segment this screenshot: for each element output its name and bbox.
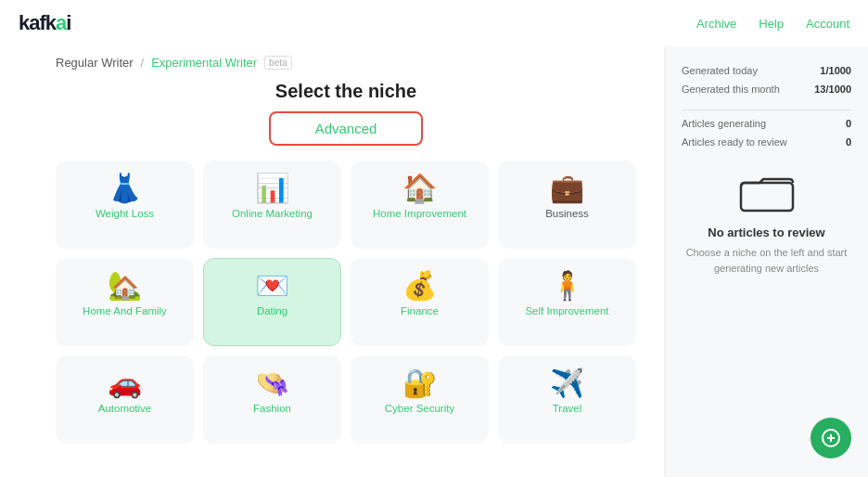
tab-separator: / bbox=[141, 56, 145, 70]
articles-generating-value: 0 bbox=[846, 118, 851, 129]
fashion-label: Fashion bbox=[253, 403, 291, 414]
self-improvement-icon: 🧍 bbox=[550, 272, 584, 300]
stat-divider bbox=[682, 110, 851, 110]
generated-today-label: Generated today bbox=[682, 65, 758, 76]
dating-icon: 💌 bbox=[255, 272, 289, 300]
fab-button[interactable] bbox=[811, 418, 851, 458]
business-icon: 💼 bbox=[550, 174, 584, 202]
articles-generating-row: Articles generating 0 bbox=[682, 118, 851, 129]
niche-self-improvement[interactable]: 🧍 Self Improvement bbox=[498, 258, 636, 346]
automotive-icon: 🚗 bbox=[108, 369, 142, 397]
no-articles-sub: Choose a niche on the left and start gen… bbox=[682, 245, 851, 276]
niche-home-and-family[interactable]: 🏡 Home And Family bbox=[56, 258, 194, 346]
advanced-button[interactable]: Advanced bbox=[269, 111, 424, 146]
niche-fashion[interactable]: 👒 Fashion bbox=[203, 355, 341, 444]
generated-month-value: 13/1000 bbox=[814, 84, 851, 95]
advanced-box: Advanced bbox=[56, 111, 636, 146]
cyber-security-icon: 🔐 bbox=[402, 369, 437, 397]
help-link[interactable]: Help bbox=[759, 17, 784, 31]
regular-writer-tab[interactable]: Regular Writer bbox=[56, 56, 134, 70]
archive-link[interactable]: Archive bbox=[696, 17, 736, 31]
niche-grid: 👗 Weight Loss 📊 Online Marketing 🏠 Home … bbox=[56, 161, 636, 444]
experimental-writer-tab[interactable]: Experimental Writer bbox=[151, 56, 257, 70]
niche-finance[interactable]: 💰 Finance bbox=[351, 258, 489, 346]
niche-business[interactable]: 💼 Business bbox=[498, 161, 636, 249]
top-nav: kafkai Archive Help Account bbox=[0, 0, 868, 46]
automotive-label: Automotive bbox=[98, 403, 152, 414]
niche-home-improvement[interactable]: 🏠 Home Improvement bbox=[351, 161, 489, 249]
right-sidebar: Generated today 1/1000 Generated this mo… bbox=[664, 46, 868, 477]
home-improvement-label: Home Improvement bbox=[373, 208, 466, 219]
home-family-label: Home And Family bbox=[83, 305, 167, 316]
generated-month-row: Generated this month 13/1000 bbox=[682, 84, 851, 95]
travel-icon: ✈️ bbox=[550, 369, 584, 397]
main-layout: Regular Writer / Experimental Writer bet… bbox=[0, 46, 868, 477]
logo: kafkai bbox=[19, 11, 70, 35]
dating-label: Dating bbox=[257, 305, 287, 316]
articles-review-row: Articles ready to review 0 bbox=[682, 136, 851, 148]
writer-tabs: Regular Writer / Experimental Writer bet… bbox=[56, 56, 636, 70]
niche-automotive[interactable]: 🚗 Automotive bbox=[56, 355, 194, 444]
articles-generating-label: Articles generating bbox=[682, 118, 766, 129]
no-articles-title: No articles to review bbox=[708, 226, 824, 239]
beta-badge: beta bbox=[264, 56, 291, 70]
folder-icon bbox=[739, 170, 795, 214]
finance-icon: 💰 bbox=[402, 272, 437, 300]
self-improvement-label: Self Improvement bbox=[525, 305, 608, 316]
online-marketing-icon: 📊 bbox=[255, 174, 289, 202]
weight-loss-icon: 👗 bbox=[108, 174, 142, 202]
online-marketing-label: Online Marketing bbox=[232, 208, 313, 219]
generated-today-row: Generated today 1/1000 bbox=[682, 65, 851, 76]
account-link[interactable]: Account bbox=[806, 17, 849, 31]
business-label: Business bbox=[545, 208, 589, 219]
weight-loss-label: Weight Loss bbox=[96, 208, 154, 219]
nav-links: Archive Help Account bbox=[696, 17, 849, 31]
niche-travel[interactable]: ✈️ Travel bbox=[498, 355, 636, 444]
cyber-security-label: Cyber Security bbox=[385, 403, 454, 414]
home-improvement-icon: 🏠 bbox=[402, 174, 437, 202]
niche-cyber-security[interactable]: 🔐 Cyber Security bbox=[351, 355, 489, 444]
niche-dating[interactable]: 💌 Dating bbox=[203, 258, 341, 346]
finance-label: Finance bbox=[401, 305, 439, 316]
articles-review-label: Articles ready to review bbox=[682, 136, 787, 148]
niche-weight-loss[interactable]: 👗 Weight Loss bbox=[56, 161, 194, 249]
generated-month-label: Generated this month bbox=[682, 84, 780, 95]
generated-today-value: 1/1000 bbox=[820, 65, 851, 76]
fashion-icon: 👒 bbox=[255, 369, 289, 397]
svg-rect-0 bbox=[741, 183, 793, 211]
no-articles-box: No articles to review Choose a niche on … bbox=[682, 170, 851, 276]
select-niche-title: Select the niche bbox=[56, 81, 636, 102]
left-content: Regular Writer / Experimental Writer bet… bbox=[0, 46, 664, 477]
travel-label: Travel bbox=[553, 403, 582, 414]
niche-online-marketing[interactable]: 📊 Online Marketing bbox=[203, 161, 341, 249]
articles-review-value: 0 bbox=[846, 136, 851, 148]
home-family-icon: 🏡 bbox=[108, 272, 142, 300]
fab-icon bbox=[821, 428, 841, 448]
